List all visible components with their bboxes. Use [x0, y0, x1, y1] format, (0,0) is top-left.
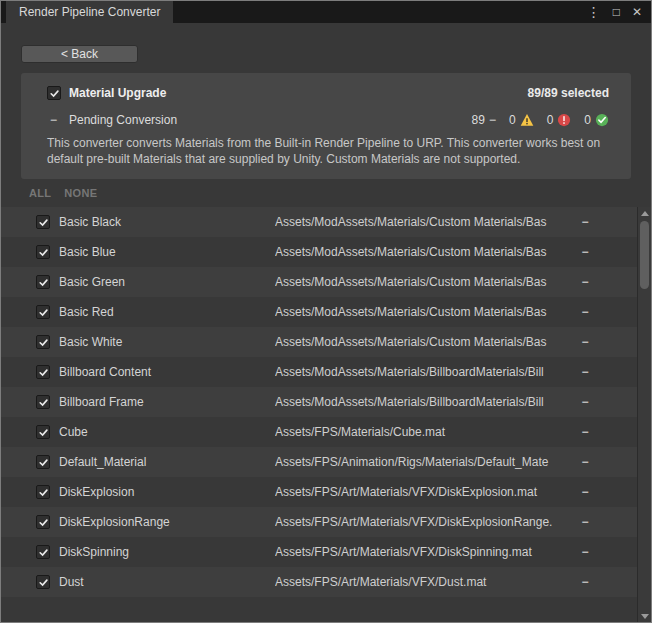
scroll-up-icon[interactable] [641, 211, 649, 216]
item-checkbox[interactable] [36, 275, 50, 289]
material-upgrade-checkbox[interactable] [47, 86, 61, 100]
item-checkbox[interactable] [36, 305, 50, 319]
check-icon [38, 247, 49, 258]
check-icon [49, 88, 60, 99]
item-name: DiskExplosionRange [59, 515, 275, 529]
item-status-icon: − [575, 455, 595, 469]
item-checkbox[interactable] [36, 395, 50, 409]
item-checkbox[interactable] [36, 455, 50, 469]
table-row[interactable]: Basic Black Assets/ModAssets/Materials/C… [1, 207, 637, 237]
item-checkbox[interactable] [36, 545, 50, 559]
check-icon [38, 457, 49, 468]
foldout-dash-icon[interactable]: − [50, 113, 62, 127]
table-row[interactable]: DiskExplosionRange Assets/FPS/Art/Materi… [1, 507, 637, 537]
table-row[interactable]: DiskSpinning Assets/FPS/Art/Materials/VF… [1, 537, 637, 567]
kebab-menu-icon[interactable]: ⋮ [587, 5, 601, 19]
item-name: Billboard Content [59, 365, 275, 379]
item-path: Assets/ModAssets/Materials/Custom Materi… [275, 305, 575, 319]
table-row[interactable]: Basic Blue Assets/ModAssets/Materials/Cu… [1, 237, 637, 267]
item-status-icon: − [575, 395, 595, 409]
table-row[interactable]: Billboard Content Assets/ModAssets/Mater… [1, 357, 637, 387]
success-count-group: 0 [584, 113, 609, 127]
item-name: Basic Blue [59, 245, 275, 259]
status-counts: 89 − 0 0 [472, 113, 609, 127]
item-checkbox[interactable] [36, 245, 50, 259]
select-all-button[interactable]: ALL [29, 187, 51, 199]
table-row[interactable]: Basic Red Assets/ModAssets/Materials/Cus… [1, 297, 637, 327]
item-path: Assets/FPS/Art/Materials/VFX/DiskSpinnin… [275, 545, 575, 559]
item-path: Assets/FPS/Animation/Rigs/Materials/Defa… [275, 455, 575, 469]
converter-title: Material Upgrade [69, 86, 166, 100]
success-count: 0 [584, 113, 591, 127]
check-icon [38, 427, 49, 438]
check-icon [38, 577, 49, 588]
item-status-icon: − [575, 515, 595, 529]
item-name: Billboard Frame [59, 395, 275, 409]
item-path: Assets/ModAssets/Materials/Custom Materi… [275, 335, 575, 349]
check-icon [38, 487, 49, 498]
table-row[interactable]: DiskExplosion Assets/FPS/Art/Materials/V… [1, 477, 637, 507]
table-row[interactable]: Dust Assets/FPS/Art/Materials/VFX/Dust.m… [1, 567, 637, 597]
check-icon [38, 547, 49, 558]
material-list: Basic Black Assets/ModAssets/Materials/C… [1, 207, 637, 622]
item-checkbox[interactable] [36, 575, 50, 589]
item-checkbox[interactable] [36, 215, 50, 229]
scrollbar-thumb[interactable] [640, 221, 649, 289]
item-status-icon: − [575, 545, 595, 559]
selection-header: ALL NONE [29, 187, 651, 199]
item-name: DiskExplosion [59, 485, 275, 499]
item-status-icon: − [575, 425, 595, 439]
warning-count-group: 0 [509, 113, 534, 127]
item-status-icon: − [575, 305, 595, 319]
item-status-icon: − [575, 485, 595, 499]
item-name: Basic Red [59, 305, 275, 319]
pending-count: 89 [472, 113, 485, 127]
item-checkbox[interactable] [36, 335, 50, 349]
item-path: Assets/ModAssets/Materials/BillboardMate… [275, 365, 575, 379]
close-icon[interactable]: ✕ [632, 6, 642, 18]
pending-count-group: 89 − [472, 113, 496, 127]
table-row[interactable]: Basic Green Assets/ModAssets/Materials/C… [1, 267, 637, 297]
select-none-button[interactable]: NONE [64, 187, 97, 199]
item-status-icon: − [575, 365, 595, 379]
pending-dash-icon: − [489, 113, 496, 127]
check-icon [38, 217, 49, 228]
check-icon [38, 277, 49, 288]
error-icon [557, 113, 571, 127]
item-name: Dust [59, 575, 275, 589]
scroll-down-icon[interactable] [641, 614, 649, 619]
converter-header-row: Material Upgrade 89/89 selected [47, 86, 609, 100]
success-icon [595, 113, 609, 127]
back-button[interactable]: < Back [21, 45, 138, 63]
table-row[interactable]: Basic White Assets/ModAssets/Materials/C… [1, 327, 637, 357]
table-row[interactable]: Cube Assets/FPS/Materials/Cube.mat − [1, 417, 637, 447]
item-path: Assets/ModAssets/Materials/Custom Materi… [275, 215, 575, 229]
item-name: Basic Green [59, 275, 275, 289]
selected-summary: 89/89 selected [528, 86, 609, 100]
window-body: < Back Material Upgrade 89/89 selected −… [1, 23, 651, 622]
window-title: Render Pipeline Converter [19, 5, 160, 19]
item-name: DiskSpinning [59, 545, 275, 559]
item-checkbox[interactable] [36, 485, 50, 499]
item-status-icon: − [575, 335, 595, 349]
item-checkbox[interactable] [36, 365, 50, 379]
error-count: 0 [547, 113, 554, 127]
item-path: Assets/FPS/Art/Materials/VFX/DiskExplosi… [275, 485, 575, 499]
table-row[interactable]: Billboard Frame Assets/ModAssets/Materia… [1, 387, 637, 417]
pending-conversion-row[interactable]: − Pending Conversion 89 − 0 0 [47, 113, 609, 127]
item-checkbox[interactable] [36, 515, 50, 529]
window-tab[interactable]: Render Pipeline Converter [6, 1, 173, 23]
error-count-group: 0 [547, 113, 572, 127]
scrollbar[interactable] [637, 207, 651, 622]
item-name: Basic White [59, 335, 275, 349]
render-pipeline-converter-window: Render Pipeline Converter ⋮ □ ✕ < Back M… [0, 0, 652, 623]
maximize-icon[interactable]: □ [613, 6, 620, 18]
table-row[interactable]: Default_Material Assets/FPS/Animation/Ri… [1, 447, 637, 477]
item-name: Basic Black [59, 215, 275, 229]
check-icon [38, 337, 49, 348]
item-path: Assets/ModAssets/Materials/Custom Materi… [275, 275, 575, 289]
warning-count: 0 [509, 113, 516, 127]
list-wrap: Basic Black Assets/ModAssets/Materials/C… [1, 207, 651, 622]
item-checkbox[interactable] [36, 425, 50, 439]
check-icon [38, 517, 49, 528]
